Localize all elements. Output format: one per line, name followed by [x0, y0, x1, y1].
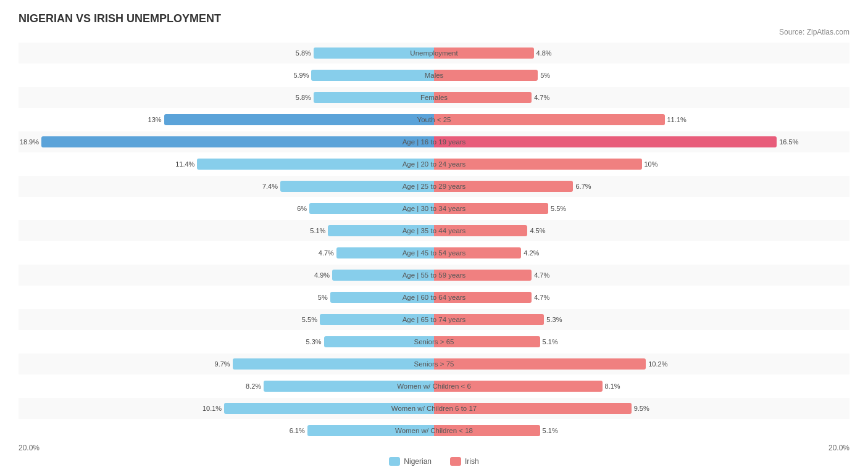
source-text: Source: ZipAtlas.com — [19, 28, 849, 36]
irish-value: 10.2% — [648, 360, 667, 368]
irish-bar — [434, 225, 527, 236]
chart-row: 13% Youth < 25 11.1% — [19, 109, 849, 130]
irish-bar — [434, 336, 540, 347]
bar-container: 10.1% Women w/ Children 6 to 17 9.5% — [19, 398, 849, 419]
left-section: 5% — [19, 287, 434, 308]
nigerian-value: 5% — [318, 294, 328, 301]
nigerian-bar — [197, 159, 434, 170]
bar-container: 5.8% Unemployment 4.8% — [19, 43, 849, 64]
axis-left: 20.0% — [19, 444, 434, 452]
nigerian-bar — [328, 225, 434, 236]
chart-row: 5.1% Age | 35 to 44 years 4.5% — [19, 220, 849, 241]
irish-value: 8.1% — [605, 382, 620, 390]
right-section: 5.1% — [434, 331, 849, 352]
irish-value: 4.8% — [536, 49, 552, 57]
nigerian-value: 9.7% — [215, 360, 230, 368]
nigerian-value: 11.4% — [175, 160, 194, 168]
chart-row: 5% Age | 60 to 64 years 4.7% — [19, 287, 849, 308]
nigerian-value: 4.7% — [319, 249, 334, 257]
nigerian-value: 5.8% — [296, 49, 311, 57]
irish-bar — [434, 292, 532, 303]
bar-container: 5% Age | 60 to 64 years 4.7% — [19, 287, 849, 308]
bar-container: 6% Age | 30 to 34 years 5.5% — [19, 198, 849, 219]
nigerian-bar — [311, 70, 434, 81]
legend-irish-color — [450, 457, 461, 466]
irish-bar — [434, 314, 544, 325]
right-section: 4.8% — [434, 43, 849, 64]
right-section: 4.7% — [434, 265, 849, 286]
irish-bar — [434, 425, 540, 436]
right-section: 5.3% — [434, 309, 849, 330]
right-section: 10.2% — [434, 353, 849, 374]
irish-bar — [434, 92, 532, 103]
irish-bar — [434, 136, 777, 147]
left-section: 5.9% — [19, 65, 434, 86]
right-section: 4.2% — [434, 242, 849, 263]
bar-container: 4.7% Age | 45 to 54 years 4.2% — [19, 242, 849, 263]
irish-bar — [434, 48, 534, 59]
nigerian-value: 5.9% — [293, 72, 309, 79]
chart-row: 7.4% Age | 25 to 29 years 6.7% — [19, 176, 849, 197]
irish-value: 10% — [645, 160, 658, 168]
left-section: 5.8% — [19, 87, 434, 108]
right-section: 4.5% — [434, 220, 849, 241]
nigerian-bar — [307, 425, 434, 436]
irish-value: 5.1% — [543, 338, 558, 345]
nigerian-bar — [336, 247, 434, 258]
nigerian-value: 7.4% — [262, 183, 278, 190]
nigerian-value: 5.8% — [296, 94, 311, 101]
bar-container: 5.1% Age | 35 to 44 years 4.5% — [19, 220, 849, 241]
axis-right: 20.0% — [434, 444, 849, 452]
irish-bar — [434, 114, 665, 125]
irish-value: 4.7% — [534, 94, 549, 101]
nigerian-bar — [164, 114, 434, 125]
bar-container: 8.2% Women w/ Children < 6 8.1% — [19, 376, 849, 397]
legend-nigerian: Nigerian — [389, 457, 432, 466]
legend-nigerian-label: Nigerian — [404, 457, 432, 466]
bar-container: 5.8% Females 4.7% — [19, 87, 849, 108]
nigerian-value: 5.3% — [306, 338, 322, 345]
irish-value: 4.2% — [524, 249, 539, 257]
nigerian-value: 18.9% — [20, 138, 39, 146]
left-section: 7.4% — [19, 176, 434, 197]
right-section: 5.5% — [434, 198, 849, 219]
left-section: 8.2% — [19, 376, 434, 397]
chart-row: 9.7% Seniors > 75 10.2% — [19, 353, 849, 374]
chart-row: 6.1% Women w/ Children < 18 5.1% — [19, 420, 849, 441]
rows-container: 5.8% Unemployment 4.8% 5.9% Males 5% 5 — [19, 43, 849, 441]
irish-value: 4.7% — [534, 294, 549, 301]
right-section: 8.1% — [434, 376, 849, 397]
irish-bar — [434, 270, 532, 281]
irish-value: 5.1% — [543, 427, 558, 434]
left-section: 4.7% — [19, 242, 434, 263]
nigerian-bar — [324, 336, 434, 347]
left-section: 5.3% — [19, 331, 434, 352]
chart-row: 4.9% Age | 55 to 59 years 4.7% — [19, 265, 849, 286]
left-section: 13% — [19, 109, 434, 130]
nigerian-bar — [264, 381, 434, 392]
bar-container: 13% Youth < 25 11.1% — [19, 109, 849, 130]
right-section: 16.5% — [434, 131, 849, 152]
legend-irish-label: Irish — [465, 457, 479, 466]
nigerian-bar — [314, 92, 434, 103]
chart-row: 6% Age | 30 to 34 years 5.5% — [19, 198, 849, 219]
chart-row: 5.8% Females 4.7% — [19, 87, 849, 108]
chart-row: 18.9% Age | 16 to 19 years 16.5% — [19, 131, 849, 152]
irish-bar — [434, 403, 632, 414]
irish-value: 5% — [540, 72, 550, 79]
left-section: 5.1% — [19, 220, 434, 241]
chart-row: 5.3% Seniors > 65 5.1% — [19, 331, 849, 352]
irish-value: 5.3% — [546, 316, 562, 323]
nigerian-bar — [309, 203, 434, 214]
nigerian-bar — [41, 136, 434, 147]
left-section: 5.5% — [19, 309, 434, 330]
bar-container: 6.1% Women w/ Children < 18 5.1% — [19, 420, 849, 441]
right-section: 9.5% — [434, 398, 849, 419]
bar-container: 11.4% Age | 20 to 24 years 10% — [19, 154, 849, 175]
chart-row: 8.2% Women w/ Children < 6 8.1% — [19, 376, 849, 397]
nigerian-value: 4.9% — [314, 271, 330, 279]
bar-container: 4.9% Age | 55 to 59 years 4.7% — [19, 265, 849, 286]
nigerian-bar — [320, 314, 434, 325]
nigerian-value: 8.2% — [246, 382, 261, 390]
axis-row: 20.0% 20.0% — [19, 444, 849, 452]
